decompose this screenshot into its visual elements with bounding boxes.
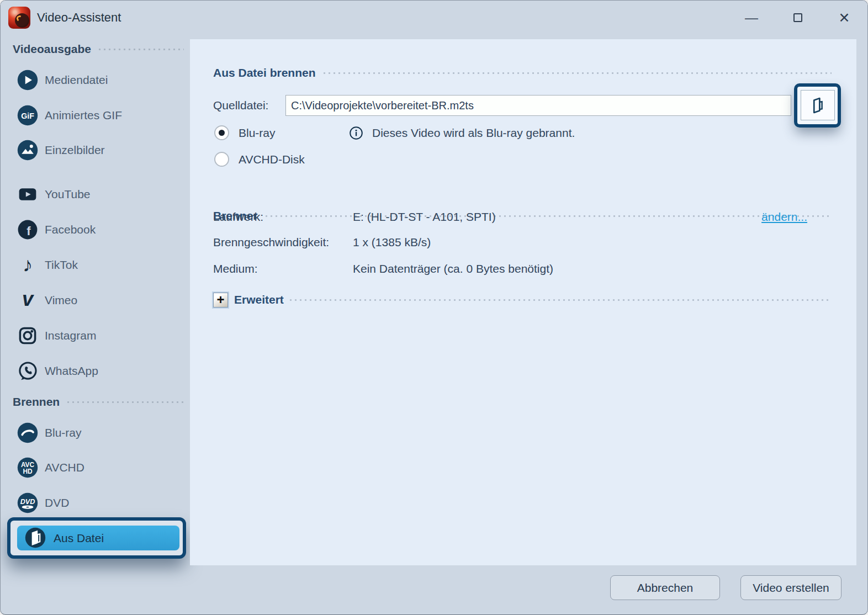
sidebar-item-label: Vimeo [45, 287, 77, 314]
expand-plus-button[interactable]: + [213, 293, 228, 308]
dotted-rule [324, 72, 832, 74]
sidebar-item-avchd[interactable]: AVCHD AVCHD [1, 454, 190, 481]
section-label: Videoausgabe [13, 43, 91, 56]
whatsapp-icon [17, 360, 38, 381]
gif-icon: GiF [17, 105, 38, 126]
vimeo-icon: v [17, 290, 38, 311]
titlebar: Video-Assistent — ✕ [1, 1, 867, 39]
dotted-rule [99, 49, 184, 50]
app-window: Video-Assistent — ✕ Videoausgabe Mediend… [0, 0, 868, 615]
row-label: Brenngeschwindigkeit: [213, 231, 329, 253]
radio-row-bluray: Blu-ray Dieses Video wird als Blu-ray ge… [190, 121, 856, 145]
maximize-icon [793, 13, 802, 22]
window-title: Video-Assistent [37, 1, 121, 35]
facebook-icon: f [17, 219, 38, 240]
dotted-rule [290, 299, 832, 301]
sidebar-item-label: Facebook [45, 216, 96, 243]
burner-row-laufwerk: Laufwerk: E: (HL-DT-ST - A101, SPTI) änd… [190, 206, 856, 228]
sidebar-item-animiertes-gif[interactable]: GiF Animiertes GIF [1, 102, 190, 129]
sidebar-item-mediendatei[interactable]: Mediendatei [1, 67, 190, 93]
bluray-icon [17, 422, 38, 443]
sidebar-item-einzelbilder[interactable]: Einzelbilder [1, 137, 190, 163]
sidebar-item-bluray[interactable]: Blu-ray [1, 420, 190, 446]
dvd-icon: DVD [17, 492, 38, 513]
minimize-icon: — [745, 10, 758, 25]
sidebar-item-label: Blu-ray [45, 420, 82, 446]
sidebar-item-vimeo[interactable]: v Vimeo [1, 287, 190, 314]
sidebar-item-label: YouTube [45, 181, 91, 208]
create-video-button[interactable]: Video erstellen [740, 575, 841, 600]
sidebar-item-label: AVCHD [45, 454, 84, 481]
advanced-label: Erweitert [234, 293, 284, 306]
radio-row-avchd: AVCHD-Disk [190, 147, 856, 172]
section-header-aus-datei-brennen: Aus Datei brennen [213, 62, 832, 84]
section-label: Brennen [13, 395, 60, 409]
avchd-disk-radio[interactable] [214, 152, 229, 167]
info-icon [349, 126, 363, 140]
source-file-input[interactable] [285, 95, 791, 116]
row-value: 1 x (1385 kB/s) [353, 231, 431, 253]
svg-text:GiF: GiF [21, 112, 34, 120]
sidebar-item-label: Mediendatei [45, 67, 108, 93]
svg-text:HD: HD [23, 468, 33, 475]
browse-file-button[interactable] [801, 90, 835, 120]
sidebar-item-dvd[interactable]: DVD DVD [1, 490, 190, 516]
dotted-rule [67, 401, 184, 403]
bluray-radio[interactable] [214, 125, 229, 140]
sidebar-item-whatsapp[interactable]: WhatsApp [1, 358, 190, 384]
advanced-expander-row: + Erweitert [213, 289, 832, 311]
sidebar-section-brennen: Brennen [13, 390, 184, 414]
sidebar-item-label: Aus Datei [54, 526, 104, 550]
sidebar-item-label: TikTok [45, 252, 78, 278]
svg-text:♪: ♪ [23, 255, 33, 275]
section-title: Aus Datei brennen [213, 66, 316, 79]
radio-label: Blu-ray [239, 121, 276, 145]
maximize-button[interactable] [782, 1, 813, 35]
main-panel: Aus Datei brennen Quelldatei: Blu-ray Di… [190, 39, 856, 565]
open-file-icon [808, 96, 828, 115]
sidebar-item-facebook[interactable]: f Facebook [1, 216, 190, 243]
instagram-icon [17, 325, 38, 346]
sidebar-item-label: Instagram [45, 322, 96, 349]
youtube-icon [17, 184, 38, 205]
info-text: Dieses Video wird als Blu-ray gebrannt. [372, 121, 575, 145]
sidebar-item-youtube[interactable]: YouTube [1, 181, 190, 208]
play-icon [17, 70, 38, 91]
radio-label: AVCHD-Disk [239, 147, 305, 172]
sidebar-item-label: DVD [45, 490, 69, 516]
row-value: E: (HL-DT-ST - A101, SPTI) [353, 206, 496, 228]
sidebar-item-label: WhatsApp [45, 358, 98, 384]
change-drive-link[interactable]: ändern... [761, 206, 807, 228]
row-value: Kein Datenträger (ca. 0 Bytes benötigt) [353, 258, 553, 280]
burner-row-medium: Medium: Kein Datenträger (ca. 0 Bytes be… [190, 258, 856, 280]
images-icon [17, 140, 38, 161]
sidebar-item-tiktok[interactable]: ♪ TikTok [1, 252, 190, 278]
svg-text:v: v [22, 290, 34, 310]
row-label: Laufwerk: [213, 206, 263, 228]
svg-text:f: f [27, 224, 31, 238]
sidebar-item-label: Animiertes GIF [45, 102, 122, 129]
cancel-button[interactable]: Abbrechen [610, 575, 720, 600]
svg-text:DVD: DVD [20, 498, 35, 506]
minimize-button[interactable]: — [736, 1, 767, 35]
sidebar-item-label: Einzelbilder [45, 137, 105, 163]
avchd-icon: AVCHD [17, 457, 38, 478]
row-label: Medium: [213, 258, 258, 280]
sidebar-item-instagram[interactable]: Instagram [1, 322, 190, 349]
close-icon: ✕ [839, 10, 850, 26]
burner-row-speed: Brenngeschwindigkeit: 1 x (1385 kB/s) [190, 231, 856, 253]
tiktok-icon: ♪ [17, 255, 38, 275]
sidebar-item-aus-datei-selected[interactable]: Aus Datei [17, 526, 179, 550]
app-logo-icon [8, 7, 30, 29]
from-file-icon [25, 527, 46, 548]
sidebar-section-videoausgabe: Videoausgabe [13, 37, 184, 61]
close-button[interactable]: ✕ [829, 1, 860, 35]
source-file-label: Quelldatei: [213, 94, 268, 116]
